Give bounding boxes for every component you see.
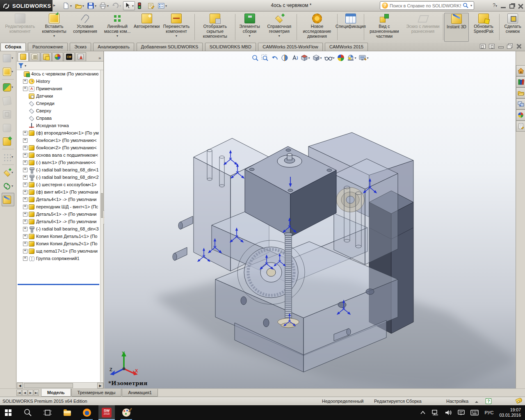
paint-button[interactable]: [118, 405, 135, 420]
tab-evaluate[interactable]: Анализировать: [93, 43, 134, 51]
tab-camworks-workflow[interactable]: CAMWorks 2015-WorkFlow: [258, 43, 322, 51]
quick-tips-icon[interactable]: ?: [486, 398, 491, 404]
view-orientation-button[interactable]: ▾: [300, 54, 310, 62]
tree-item[interactable]: History: [17, 78, 100, 85]
select-tool-button[interactable]: ▾: [123, 1, 135, 10]
solidworks-taskbar-button[interactable]: SW2015: [98, 405, 115, 420]
lt-component-pattern[interactable]: ▾: [0, 150, 16, 164]
lt-curves[interactable]: ▾: [0, 179, 16, 193]
language-indicator[interactable]: РУС: [484, 410, 493, 415]
expander-icon[interactable]: [23, 146, 27, 150]
tab-addins[interactable]: Добавления SOLIDWORKS: [137, 43, 203, 51]
dropdown-caret-icon[interactable]: ▾: [53, 34, 55, 38]
expander-icon[interactable]: [23, 256, 27, 261]
dropdown-caret-icon[interactable]: ▾: [308, 56, 310, 60]
file-explorer-button[interactable]: [59, 405, 75, 420]
tab-configurationmanager[interactable]: [41, 52, 52, 61]
lt-edit-component[interactable]: ▾: [0, 51, 16, 65]
tab-displaymanager[interactable]: [52, 52, 63, 61]
config-caret-icon[interactable]: [475, 399, 478, 403]
expander-icon[interactable]: [23, 153, 27, 158]
ribbon-move-component[interactable]: Переместить компонент▾: [159, 13, 194, 42]
tree-item[interactable]: Копия Копия Деталь1<1> (По: [17, 233, 100, 240]
tree-item[interactable]: (-) radial ball bearing_68_din<1: [17, 166, 100, 173]
previous-view-button[interactable]: [270, 54, 278, 62]
solidworks-resources-tab[interactable]: [516, 65, 525, 76]
dropdown-caret-icon[interactable]: ▾: [176, 34, 177, 38]
undo-button[interactable]: ▾: [111, 2, 122, 10]
doc-close-icon[interactable]: [516, 44, 522, 49]
configuration-text[interactable]: Настройка: [446, 399, 468, 404]
pane-right-icon[interactable]: [489, 44, 495, 49]
ribbon-explode-sketch[interactable]: Эскиз с линиями разнесения▾: [404, 13, 442, 42]
ribbon-exploded-view[interactable]: Вид с разнесенными частями▾: [365, 13, 404, 42]
print-button[interactable]: ▾: [98, 2, 110, 10]
close-button[interactable]: [518, 4, 523, 9]
save-button[interactable]: ▾: [86, 2, 97, 10]
expander-icon[interactable]: [23, 242, 27, 246]
minimize-button[interactable]: [501, 7, 506, 8]
tab-featuremanager[interactable]: [18, 52, 29, 61]
ribbon-mates[interactable]: Условия сопряжения▾: [70, 13, 100, 42]
lt-insert-components[interactable]: ▾: [0, 65, 16, 78]
tag-icon[interactable]: [515, 397, 523, 404]
tab-assembly[interactable]: Сборка: [0, 43, 26, 51]
start-button[interactable]: [0, 405, 16, 420]
expander-icon[interactable]: [23, 160, 27, 165]
tab-camworks-operation-tree[interactable]: [75, 52, 86, 61]
doc-minimize-icon[interactable]: [498, 44, 504, 49]
tree-item[interactable]: (-) radial ball bearing_68_din<3: [17, 225, 100, 233]
scroll-right-icon[interactable]: ▶: [97, 383, 103, 388]
action-center-icon[interactable]: [458, 409, 465, 416]
new-button[interactable]: ▾: [62, 2, 73, 10]
section-view-button[interactable]: [280, 54, 288, 62]
lt-instant-3d[interactable]: ▾: [2, 193, 14, 206]
tree-filter-bar[interactable]: ▾: [17, 62, 103, 70]
help-search-box[interactable]: ? Поиск в Справке по SOLIDWORKS ▾: [380, 1, 474, 10]
options-button[interactable]: [146, 2, 155, 10]
tab-model[interactable]: Модель: [41, 389, 71, 397]
appearances-scenes-tab[interactable]: [516, 110, 525, 121]
tab-camworks[interactable]: CAMWorks 2015: [325, 43, 368, 51]
volume-icon[interactable]: [445, 409, 452, 416]
ribbon-reference-geometry[interactable]: Справочная геометрия▾: [263, 13, 296, 42]
tree-item[interactable]: (ф) винт м6<1> (По умолчани: [17, 188, 100, 196]
expander-icon[interactable]: [23, 138, 27, 143]
ribbon-smart-fasteners[interactable]: Автокрепежи▾: [135, 13, 159, 42]
scroll-left-icon[interactable]: ◀: [17, 383, 23, 388]
filter-funnel-icon[interactable]: [18, 63, 23, 68]
toolbar-overflow-icon[interactable]: ▸: [53, 3, 55, 7]
help-button[interactable]: ?▾: [493, 2, 497, 10]
dropdown-caret-icon[interactable]: ▾: [355, 56, 356, 60]
tree-item[interactable]: Справа: [17, 114, 100, 122]
tree-item[interactable]: (-) шестерня с косозубом<1>: [17, 181, 100, 188]
dropdown-caret-icon[interactable]: ▾: [278, 34, 280, 38]
firefox-button[interactable]: [79, 405, 95, 420]
tree-item[interactable]: Деталь4<1> -> (По умолчани: [17, 196, 100, 203]
rebuild-button[interactable]: [136, 2, 145, 10]
display-style-button[interactable]: ▾: [312, 54, 322, 62]
expander-icon[interactable]: [23, 87, 27, 91]
hide-show-items-button[interactable]: ▾: [324, 54, 335, 62]
tree-item[interactable]: Копия Копия Деталь2<1> (По: [17, 240, 100, 247]
ribbon-take-snapshot[interactable]: Сделать снимок▾: [500, 13, 525, 42]
dropdown-caret-icon[interactable]: ▾: [249, 34, 250, 38]
dropdown-caret-icon[interactable]: ▾: [333, 56, 334, 60]
dropdown-caret-icon[interactable]: ▾: [116, 34, 118, 38]
lt-show-hidden[interactable]: ▾: [0, 107, 16, 121]
dropdown-caret-icon[interactable]: ▾: [367, 56, 369, 60]
expander-icon[interactable]: [23, 183, 27, 187]
cad-model[interactable]: [104, 51, 516, 388]
expander-icon[interactable]: [23, 205, 27, 209]
expander-icon[interactable]: [23, 79, 27, 84]
expander-icon[interactable]: [23, 94, 27, 98]
tab-animation1[interactable]: Анимация1: [122, 389, 158, 397]
lt-reference-geometry[interactable]: ▾: [0, 166, 16, 179]
rotate-view-button[interactable]: [290, 54, 298, 62]
expander-icon[interactable]: [23, 212, 27, 217]
dropdown-caret-icon[interactable]: ▾: [320, 56, 322, 60]
search-scope-caret-icon[interactable]: ▾: [470, 4, 472, 7]
tab-propertymanager[interactable]: [29, 52, 40, 61]
scrollbar-thumb[interactable]: [101, 193, 103, 218]
ribbon-assembly-features[interactable]: Элементы сборки▾: [236, 13, 262, 42]
